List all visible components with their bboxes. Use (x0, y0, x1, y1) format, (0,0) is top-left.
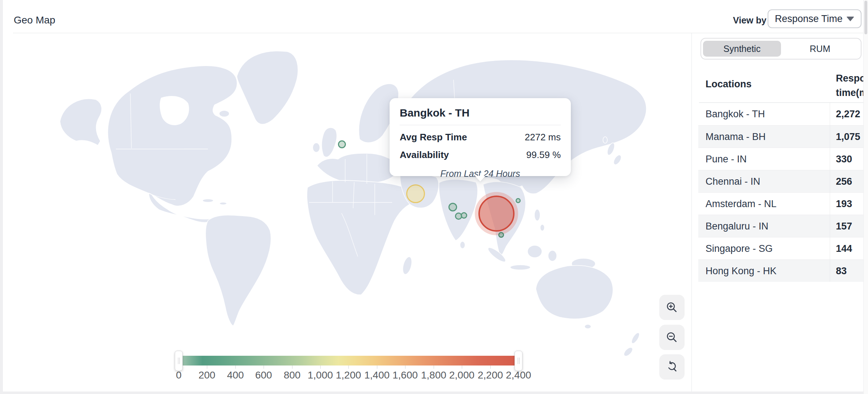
scrollbar-thumb[interactable] (864, 1, 867, 34)
legend-tick-label: 1,600 (392, 369, 418, 381)
table-row[interactable]: Amsterdam - NL 193 (698, 192, 863, 215)
table-column-divider (830, 103, 830, 282)
zoom-reset-button[interactable] (659, 354, 685, 380)
tab-synthetic[interactable]: Synthetic (703, 41, 781, 57)
map-marker-hongkong[interactable] (516, 198, 521, 203)
tooltip-metric-value: 2272 ms (525, 132, 561, 143)
legend-tickmark (434, 365, 434, 369)
location-cell: Amsterdam - NL (706, 198, 777, 209)
zoom-in-icon (665, 301, 678, 314)
map-landmass (528, 245, 542, 258)
map-landmass (630, 332, 641, 345)
tooltip-metric-row: Availability 99.59 % (400, 149, 561, 161)
zoom-reset-icon (665, 360, 678, 373)
map-landmass (60, 99, 102, 145)
geo-map-card: Geo Map View by Response Time (3, 0, 868, 391)
map-landmass (534, 209, 540, 221)
tab-rum[interactable]: RUM (781, 41, 859, 57)
location-cell: Hong Kong - HK (706, 265, 777, 276)
legend-tickmark (348, 365, 349, 369)
legend-tickmark (264, 365, 264, 369)
map-landmass (540, 224, 544, 231)
legend-tick-label: 2,000 (449, 369, 474, 381)
location-cell: Bengaluru - IN (706, 220, 768, 232)
response-time-cell: 2,272 (836, 109, 860, 120)
table-row[interactable]: Pune - IN 330 (698, 148, 863, 170)
view-by-dropdown[interactable]: Response Time (768, 9, 862, 28)
legend-tick-label: 1,800 (421, 369, 446, 381)
response-time-cell: 193 (836, 198, 852, 209)
response-time-cell: 1,075 (836, 131, 860, 142)
legend-tickmark (235, 365, 236, 369)
page-scrollbar[interactable] (863, 0, 868, 394)
table-row[interactable]: Bangkok - TH 2,272 (698, 103, 863, 125)
legend-tick-label: 600 (255, 369, 272, 381)
legend-tick-label: 2,400 (506, 369, 531, 381)
zoom-in-button[interactable] (659, 295, 685, 320)
legend-tickmark (462, 365, 462, 369)
tooltip-metric-value: 99.59 % (526, 149, 561, 161)
view-by-label: View by (733, 15, 767, 26)
map-marker-bengaluru[interactable] (461, 212, 467, 219)
tooltip-metric-label: Availability (400, 149, 449, 161)
map-landmass (460, 241, 465, 249)
map-marker-bangkok[interactable] (478, 196, 515, 232)
response-time-cell: 144 (836, 243, 852, 254)
map-landmass (205, 215, 271, 326)
table-row[interactable]: Chennai - IN 256 (698, 170, 863, 192)
table-row[interactable]: Bengaluru - IN 157 (698, 215, 863, 237)
legend-max-handle[interactable] (515, 351, 522, 371)
map-landmass (439, 179, 477, 241)
legend-tickmark (292, 365, 292, 369)
table-row[interactable]: Singapore - SG 144 (698, 237, 863, 259)
map-marker-pune[interactable] (448, 203, 457, 211)
location-cell: Singapore - SG (706, 243, 773, 254)
map-landmass (317, 153, 399, 184)
tooltip-metric-label: Avg Resp Time (400, 132, 467, 143)
legend-tickmark (320, 365, 321, 369)
map-landmass (510, 265, 530, 270)
location-cell: Bangkok - TH (706, 109, 765, 120)
map-landmass (322, 128, 337, 157)
map-landmass (548, 250, 557, 261)
map-marker-manama[interactable] (406, 184, 425, 203)
page-title: Geo Map (14, 14, 55, 26)
zoom-out-button[interactable] (659, 325, 685, 350)
response-time-cell: 330 (836, 153, 852, 165)
map-sidebar-divider (691, 33, 692, 391)
response-time-color-scale (179, 356, 518, 365)
response-time-cell: 157 (836, 220, 852, 232)
legend-tickmark (377, 365, 377, 369)
legend-tick-label: 800 (284, 369, 301, 381)
tooltip-title: Bangkok - TH (400, 107, 561, 119)
map-landmass (612, 154, 622, 166)
legend-tickmark (207, 365, 207, 369)
location-cell: Pune - IN (706, 153, 747, 165)
map-landmass (313, 143, 320, 152)
data-source-toggle: Synthetic RUM (700, 38, 862, 60)
column-header-response-time: Response time(ms) (836, 71, 863, 100)
map-landmass (622, 346, 634, 358)
map-landmass (203, 199, 213, 202)
chevron-down-icon (846, 17, 854, 21)
tooltip-arrow (475, 176, 486, 181)
table-row[interactable]: Hong Kong - HK 83 (698, 259, 863, 282)
tooltip-metric-row: Avg Resp Time 2272 ms (400, 132, 561, 143)
map-marker-amsterdam[interactable] (338, 140, 346, 148)
legend-tick-label: 200 (199, 369, 216, 381)
map-landmass (219, 110, 229, 117)
world-map[interactable] (6, 33, 691, 391)
legend-tick-label: 1,400 (364, 369, 390, 381)
map-landmass (401, 256, 413, 275)
location-cell: Manama - BH (706, 131, 766, 142)
table-row[interactable]: Manama - BH 1,075 (698, 125, 863, 148)
legend-tick-label: 400 (227, 369, 244, 381)
locations-table: Bangkok - TH 2,272 Manama - BH 1,075 Pun… (698, 103, 863, 282)
legend-tick-label: 1,200 (336, 369, 361, 381)
view-by-selected-value: Response Time (775, 13, 843, 25)
map-landmass (307, 180, 420, 295)
map-marker-singapore[interactable] (498, 232, 504, 238)
legend-tick-label: 1,000 (308, 369, 333, 381)
response-time-cell: 83 (836, 265, 847, 276)
legend-min-handle[interactable] (175, 351, 183, 371)
